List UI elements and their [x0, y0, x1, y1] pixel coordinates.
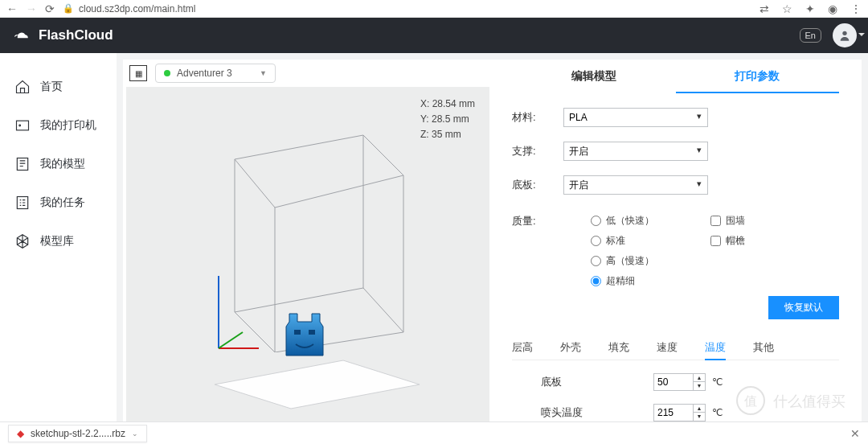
subtab-layer[interactable]: 层高 [512, 340, 533, 355]
material-label: 材料: [512, 110, 563, 125]
subtab-speed[interactable]: 速度 [657, 340, 678, 355]
quality-ultra[interactable]: 超精细 [591, 274, 654, 288]
subtab-other[interactable]: 其他 [753, 340, 774, 355]
svg-rect-3 [17, 158, 27, 171]
download-item[interactable]: ◆ sketchup-stl-2.2.....rbz ⌄ [8, 425, 147, 442]
file-icon: ◆ [17, 428, 24, 439]
sidebar-item-label: 我的模型 [40, 157, 85, 171]
material-select[interactable]: PLA [563, 108, 708, 127]
svg-text:什么值得买: 什么值得买 [772, 393, 845, 409]
settings-panel: 编辑模型 打印参数 材料: PLA 支撑: 开启 底板: 开启 质量: [493, 60, 862, 430]
param-subtabs: 层高 外壳 填充 速度 温度 其他 [512, 340, 839, 360]
download-filename: sketchup-stl-2.2.....rbz [31, 428, 125, 439]
svg-point-2 [19, 125, 21, 126]
viewport-3d[interactable]: X: 28.54 mm Y: 28.5 mm Z: 35 mm [126, 87, 489, 426]
svg-point-0 [842, 31, 846, 35]
subtab-shell[interactable]: 外壳 [560, 340, 581, 355]
nozzle-temp-stepper[interactable]: ▲▼ [694, 404, 706, 421]
wall-checkbox[interactable]: 围墙 [710, 214, 745, 228]
extension-icon[interactable]: ✦ [805, 2, 815, 15]
app-header: FlashCloud En [0, 18, 868, 53]
raft-temp-label: 底板 [541, 375, 653, 389]
sidebar-item-home[interactable]: 首页 [0, 68, 117, 106]
download-bar: ◆ sketchup-stl-2.2.....rbz ⌄ ✕ [0, 421, 868, 444]
cloud-icon [11, 27, 32, 45]
brim-checkbox[interactable]: 帽檐 [710, 234, 745, 248]
dimension-readout: X: 28.54 mm Y: 28.5 mm Z: 35 mm [420, 97, 475, 143]
lock-icon: 🔒 [63, 3, 74, 14]
unit-label: ℃ [712, 407, 723, 418]
printer-name: Adventurer 3 [177, 68, 232, 79]
quality-high[interactable]: 高（慢速） [591, 254, 654, 268]
translate-icon[interactable]: ⇄ [760, 2, 769, 15]
chevron-down-icon: ⌄ [132, 430, 138, 438]
language-button[interactable]: En [800, 28, 821, 43]
sidebar-item-label: 首页 [40, 80, 63, 94]
svg-rect-1 [17, 121, 29, 130]
forward-icon[interactable]: → [26, 2, 37, 15]
url-text: cloud.sz3dp.com/main.html [79, 3, 195, 14]
quality-label: 质量: [512, 214, 563, 288]
svg-rect-10 [309, 330, 315, 335]
support-select[interactable]: 开启 [563, 142, 708, 161]
bookmark-icon[interactable]: ☆ [782, 2, 792, 15]
sidebar-item-library[interactable]: 模型库 [0, 222, 117, 261]
subtab-temperature[interactable]: 温度 [705, 340, 726, 360]
raft-temp-stepper[interactable]: ▲▼ [694, 373, 706, 391]
browser-chrome: ← → ⟳ 🔒 cloud.sz3dp.com/main.html ⇄ ☆ ✦ … [0, 0, 868, 18]
raft-temp-input[interactable] [653, 373, 694, 391]
quality-radio-group: 低（快速） 标准 高（慢速） 超精细 [591, 214, 654, 288]
online-indicator-icon [164, 70, 170, 76]
restore-defaults-button[interactable]: 恢复默认 [768, 296, 839, 319]
svg-text:值: 值 [744, 394, 757, 408]
svg-rect-9 [294, 330, 301, 335]
svg-marker-8 [215, 360, 420, 409]
sidebar-item-models[interactable]: 我的模型 [0, 145, 117, 183]
brand-text: FlashCloud [39, 27, 113, 43]
watermark-icon: 值 什么值得买 [735, 384, 863, 417]
unit-label: ℃ [712, 376, 723, 388]
step-down-icon: ▼ [694, 382, 705, 390]
nozzle-temp-label: 喷头温度 [541, 405, 653, 420]
sidebar: 首页 我的打印机 我的模型 我的任务 模型库 [0, 53, 117, 421]
sidebar-item-tasks[interactable]: 我的任务 [0, 183, 117, 222]
support-label: 支撑: [512, 144, 563, 158]
nozzle-temp-input[interactable] [653, 404, 694, 421]
menu-icon[interactable]: ⋮ [850, 2, 862, 15]
view-grid-button[interactable]: ▦ [129, 65, 147, 81]
sidebar-item-printers[interactable]: 我的打印机 [0, 106, 117, 145]
brand[interactable]: FlashCloud [11, 27, 113, 45]
close-icon[interactable]: ✕ [850, 427, 860, 440]
sidebar-item-label: 模型库 [40, 234, 74, 249]
subtab-infill[interactable]: 填充 [608, 340, 629, 355]
profile-icon[interactable]: ◉ [828, 2, 837, 15]
user-avatar[interactable] [833, 23, 857, 47]
viewport-toolbar: ▦ Adventurer 3 ▼ [123, 60, 493, 87]
tab-print-params[interactable]: 打印参数 [676, 60, 840, 93]
sidebar-item-label: 我的任务 [40, 195, 85, 210]
raft-select[interactable]: 开启 [563, 175, 708, 195]
quality-low[interactable]: 低（快速） [591, 214, 654, 228]
step-down-icon: ▼ [694, 413, 705, 421]
back-icon[interactable]: ← [6, 2, 18, 15]
tab-edit-model[interactable]: 编辑模型 [512, 60, 676, 93]
raft-label: 底板: [512, 178, 563, 192]
step-up-icon: ▲ [694, 374, 705, 382]
sidebar-item-label: 我的打印机 [40, 118, 96, 133]
step-up-icon: ▲ [694, 405, 705, 413]
model-preview-icon [283, 312, 327, 360]
address-bar[interactable]: 🔒 cloud.sz3dp.com/main.html [63, 3, 195, 14]
quality-standard[interactable]: 标准 [591, 234, 654, 248]
chevron-down-icon: ▼ [260, 69, 267, 77]
reload-icon[interactable]: ⟳ [45, 2, 55, 15]
printer-selector[interactable]: Adventurer 3 ▼ [155, 64, 276, 83]
